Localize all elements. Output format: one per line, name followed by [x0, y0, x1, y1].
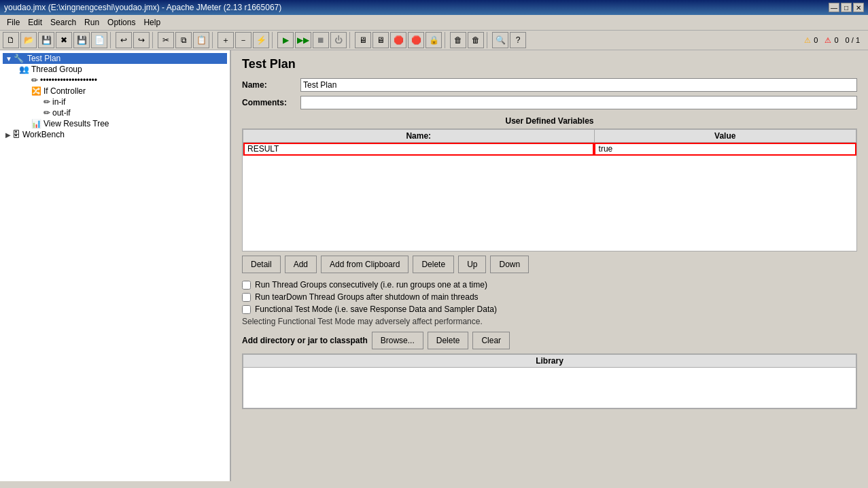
start-button[interactable]: ▶ — [277, 32, 294, 48]
title-bar-buttons: — □ ✕ — [829, 3, 864, 12]
functional-note: Selecting Functional Test Mode may adver… — [242, 317, 857, 326]
toolbar-separator-2 — [152, 32, 155, 48]
name-label: Name: — [242, 80, 296, 90]
copy-button[interactable]: ⧉ — [175, 32, 192, 48]
tree-item-view-results[interactable]: 📊View Results Tree — [3, 118, 227, 129]
clear-button[interactable]: 🗑 — [450, 32, 466, 48]
add-button[interactable]: Add — [285, 256, 317, 273]
redo-button[interactable]: ↪ — [133, 32, 150, 48]
tree-expand-icon: ▶ — [5, 131, 11, 139]
variables-tbody: RESULTtrue — [243, 143, 856, 156]
tree-node-icon-thread-group: 👥 — [19, 65, 29, 74]
add-from-clipboard-button[interactable]: Add from Clipboard — [321, 256, 409, 273]
tree-node-icon-test-plan: 🔧 — [14, 54, 24, 63]
checkbox-row-2: Functional Test Mode (i.e. save Response… — [242, 304, 857, 314]
name-row: Name: — [242, 78, 857, 92]
clear-classpath-button[interactable]: Clear — [472, 332, 510, 349]
variables-table: Name: Value RESULTtrue — [243, 129, 856, 156]
action-buttons-row: Detail Add Add from Clipboard Delete Up … — [242, 256, 857, 273]
comments-input[interactable] — [300, 96, 857, 109]
name-input[interactable] — [300, 78, 857, 92]
detail-button[interactable]: Detail — [242, 256, 281, 273]
col-value-header: Value — [594, 130, 856, 143]
tree-node-icon-dots: ✏ — [31, 75, 38, 85]
checkbox-cb2[interactable] — [242, 293, 251, 302]
toggle-button[interactable]: ⚡ — [253, 32, 269, 48]
menu-item-run[interactable]: Run — [80, 16, 103, 29]
paste-button[interactable]: 📋 — [193, 32, 209, 48]
tree-node-icon-workbench: 🗄 — [12, 130, 20, 139]
tree-label-dots: •••••••••••••••••••• — [40, 75, 97, 85]
tree-item-test-plan[interactable]: ▼🔧Test Plan — [3, 53, 227, 64]
collapse-button[interactable]: － — [235, 32, 251, 48]
shutdown-button[interactable]: ⏻ — [330, 32, 347, 48]
save-button[interactable]: 💾 — [38, 32, 54, 48]
open-button[interactable]: 📂 — [20, 32, 37, 48]
library-col-header: Library — [243, 355, 856, 368]
checkbox-label-cb1: Run Thread Groups consecutively (i.e. ru… — [255, 280, 487, 290]
menu-item-help[interactable]: Help — [139, 16, 164, 29]
checkbox-label-cb2: Run tearDown Thread Groups after shutdow… — [255, 292, 479, 302]
up-button[interactable]: Up — [458, 256, 486, 273]
tree-label-workbench: WorkBench — [22, 130, 65, 139]
menu-item-edit[interactable]: Edit — [24, 16, 46, 29]
tree-expand-icon: ▼ — [5, 55, 12, 63]
tree-node-icon-out-if: ✏ — [44, 108, 50, 118]
tree-item-in-if[interactable]: ✏in-if — [3, 97, 227, 107]
toolbar-separator-6 — [445, 32, 447, 48]
classpath-label: Add directory or jar to classpath — [242, 336, 368, 345]
toolbar: 🗋 📂 💾 ✖ 💾 📄 ↩ ↪ ✂ ⧉ 📋 ＋ － ⚡ ▶ ▶▶ ⏹ ⏻ 🖥 🖥… — [0, 31, 868, 50]
toolbar-separator-1 — [110, 32, 113, 48]
tree-item-thread-group[interactable]: 👥Thread Group — [3, 64, 227, 75]
classpath-row: Add directory or jar to classpath Browse… — [242, 332, 857, 349]
save3-button[interactable]: 📄 — [91, 32, 107, 48]
help-button[interactable]: ? — [510, 32, 526, 48]
library-table: Library — [243, 354, 856, 408]
library-table-container: Library — [242, 353, 857, 409]
remote-stop-all-button[interactable]: 🛑 — [408, 32, 424, 48]
classpath-delete-button[interactable]: Delete — [428, 332, 469, 349]
close-test-button[interactable]: ✖ — [56, 32, 72, 48]
checkbox-cb3[interactable] — [242, 305, 251, 314]
start-no-pause-button[interactable]: ▶▶ — [295, 32, 311, 48]
checkbox-row-1: Run tearDown Thread Groups after shutdow… — [242, 292, 857, 302]
maximize-button[interactable]: □ — [841, 3, 852, 12]
browse-button[interactable]: Browse... — [372, 332, 423, 349]
menu-item-file[interactable]: File — [3, 16, 24, 29]
tree-item-if-controller[interactable]: 🔀If Controller — [3, 86, 227, 97]
close-button[interactable]: ✕ — [853, 3, 864, 12]
remote-shutdown-button[interactable]: 🔒 — [426, 32, 442, 48]
table-row[interactable]: RESULTtrue — [243, 143, 856, 156]
down-button[interactable]: Down — [490, 256, 529, 273]
clear-all-button[interactable]: 🗑 — [468, 32, 484, 48]
tree-item-out-if[interactable]: ✏out-if — [3, 107, 227, 118]
cut-button[interactable]: ✂ — [158, 32, 174, 48]
content-panel: Test Plan Name: Comments: User Defined V… — [231, 50, 868, 481]
undo-button[interactable]: ↩ — [116, 32, 132, 48]
toolbar-separator-3 — [212, 32, 215, 48]
checkbox-cb1[interactable] — [242, 281, 251, 290]
variables-section-title: User Defined Variables — [242, 116, 857, 126]
delete-button[interactable]: Delete — [413, 256, 454, 273]
new-button[interactable]: 🗋 — [3, 32, 19, 48]
minimize-button[interactable]: — — [829, 3, 839, 12]
remote-start-button[interactable]: 🖥 — [355, 32, 371, 48]
tree-node-icon-in-if: ✏ — [44, 97, 50, 107]
status-ratio: 0 / 1 — [846, 36, 860, 44]
tree-node-icon-view-results: 📊 — [31, 119, 41, 128]
comments-row: Comments: — [242, 96, 857, 109]
expand-button[interactable]: ＋ — [218, 32, 234, 48]
tree-item-dots[interactable]: ✏•••••••••••••••••••• — [3, 75, 227, 86]
menu-item-options[interactable]: Options — [103, 16, 139, 29]
variables-table-container: Name: Value RESULTtrue — [242, 128, 857, 251]
remote-start-all-button[interactable]: 🖥 — [372, 32, 389, 48]
tree-item-workbench[interactable]: ▶🗄WorkBench — [3, 129, 227, 140]
menu-item-search[interactable]: Search — [46, 16, 80, 29]
save2-button[interactable]: 💾 — [73, 32, 90, 48]
toolbar-separator-4 — [272, 32, 275, 48]
tree-label-in-if: in-if — [52, 97, 65, 107]
search-button[interactable]: 🔍 — [492, 32, 508, 48]
main-layout: ▼🔧Test Plan👥Thread Group✏•••••••••••••••… — [0, 50, 868, 481]
stop-button[interactable]: ⏹ — [313, 32, 329, 48]
remote-stop-button[interactable]: 🛑 — [390, 32, 406, 48]
